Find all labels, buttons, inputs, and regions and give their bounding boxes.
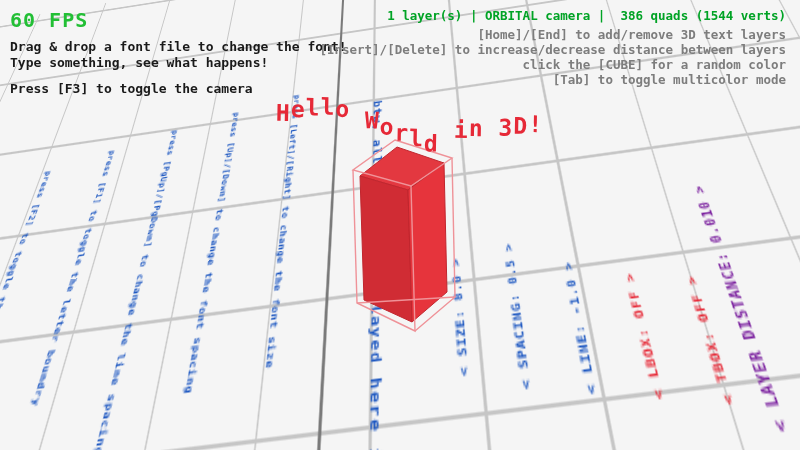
fps-counter: 60 FPS [10,8,347,32]
tip-add-remove-layers: [Home]/[End] to add/remove 3D text layer… [319,27,786,42]
tip-layer-distance: [Insert]/[Delete] to increase/decrease d… [319,42,786,57]
ground-big-text: btw, all the text displayed here is in 3… [365,100,385,450]
status-line-spacing: < LINE: -1.0 > [561,261,600,395]
status-bar: 1 layer(s) | ORBITAL camera | 386 quads … [319,8,786,23]
tip-cube-random-color: click the [CUBE] for a random color [319,57,786,72]
status-size: < SIZE: 8.0 > [449,258,471,377]
tip-drag-drop: Drag & drop a font file to change the fo… [10,39,347,55]
status-lbox: < LBOX: OFF > [622,272,668,400]
text3d-demo-window: press [F2] to toggle the text boundry pr… [0,0,800,450]
ground-info-font-spacing: press [Up]/[Down] to change the font spa… [182,112,241,395]
tip-multicolor-mode: [Tab] to toggle multicolor mode [319,72,786,87]
tip-toggle-camera: Press [F3] to toggle the camera [10,81,347,97]
tip-type-something: Type something, see what happens! [10,55,347,71]
status-spacing: < SPACING: 0.5 > [501,242,534,390]
ground-info-font-size: press [Left]/[Right] to change the font … [263,94,302,369]
hud-left: 60 FPS Drag & drop a font file to change… [10,8,347,97]
hud-right: 1 layer(s) | ORBITAL camera | 386 quads … [319,8,786,87]
